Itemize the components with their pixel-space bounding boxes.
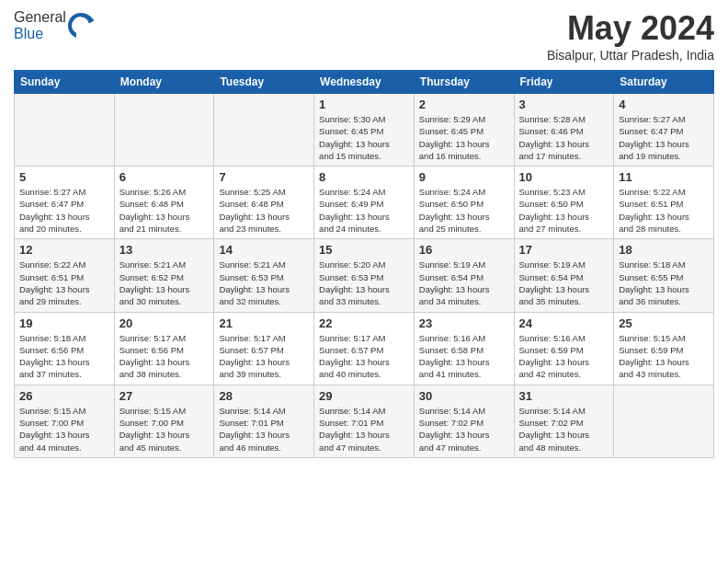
calendar-week-4: 26Sunrise: 5:15 AM Sunset: 7:00 PM Dayli… [15, 385, 714, 457]
day-info: Sunrise: 5:29 AM Sunset: 6:45 PM Dayligh… [419, 113, 509, 162]
day-number: 16 [419, 243, 509, 257]
calendar-cell [114, 94, 214, 167]
day-number: 3 [519, 98, 609, 111]
day-number: 23 [419, 316, 509, 330]
day-info: Sunrise: 5:15 AM Sunset: 6:59 PM Dayligh… [619, 332, 709, 381]
day-number: 6 [119, 170, 210, 184]
day-number: 11 [619, 170, 709, 184]
calendar-cell: 13Sunrise: 5:21 AM Sunset: 6:52 PM Dayli… [114, 239, 214, 312]
logo-icon [68, 13, 94, 39]
day-number: 15 [319, 243, 409, 257]
location: Bisalpur, Uttar Pradesh, India [547, 48, 714, 63]
col-wednesday: Wednesday [314, 71, 415, 94]
header: General Blue May 2024 Bisalpur, Uttar Pr… [14, 9, 714, 63]
day-number: 31 [519, 389, 609, 403]
day-number: 22 [319, 316, 409, 330]
calendar-cell: 29Sunrise: 5:14 AM Sunset: 7:01 PM Dayli… [314, 385, 415, 457]
day-info: Sunrise: 5:17 AM Sunset: 6:57 PM Dayligh… [319, 332, 409, 381]
day-info: Sunrise: 5:15 AM Sunset: 7:00 PM Dayligh… [119, 405, 210, 454]
day-number: 2 [419, 98, 509, 111]
day-info: Sunrise: 5:18 AM Sunset: 6:55 PM Dayligh… [619, 259, 709, 307]
day-info: Sunrise: 5:21 AM Sunset: 6:53 PM Dayligh… [219, 259, 309, 307]
day-info: Sunrise: 5:14 AM Sunset: 7:01 PM Dayligh… [319, 405, 409, 454]
day-info: Sunrise: 5:30 AM Sunset: 6:45 PM Dayligh… [319, 113, 409, 162]
day-number: 7 [219, 170, 309, 184]
day-number: 1 [319, 98, 409, 111]
day-info: Sunrise: 5:24 AM Sunset: 6:50 PM Dayligh… [419, 186, 509, 235]
col-thursday: Thursday [414, 71, 514, 94]
day-info: Sunrise: 5:18 AM Sunset: 6:56 PM Dayligh… [19, 332, 109, 381]
day-info: Sunrise: 5:14 AM Sunset: 7:02 PM Dayligh… [419, 405, 509, 454]
calendar-cell: 30Sunrise: 5:14 AM Sunset: 7:02 PM Dayli… [414, 385, 514, 457]
day-info: Sunrise: 5:20 AM Sunset: 6:53 PM Dayligh… [319, 259, 409, 307]
day-number: 21 [219, 316, 309, 330]
day-number: 13 [119, 243, 210, 257]
calendar-cell: 2Sunrise: 5:29 AM Sunset: 6:45 PM Daylig… [414, 94, 514, 167]
calendar-cell: 22Sunrise: 5:17 AM Sunset: 6:57 PM Dayli… [314, 312, 415, 385]
calendar-cell: 15Sunrise: 5:20 AM Sunset: 6:53 PM Dayli… [314, 239, 415, 312]
calendar-cell: 23Sunrise: 5:16 AM Sunset: 6:58 PM Dayli… [414, 312, 514, 385]
day-info: Sunrise: 5:16 AM Sunset: 6:59 PM Dayligh… [519, 332, 609, 381]
calendar-cell: 1Sunrise: 5:30 AM Sunset: 6:45 PM Daylig… [314, 94, 415, 167]
calendar-cell: 17Sunrise: 5:19 AM Sunset: 6:54 PM Dayli… [514, 239, 614, 312]
day-info: Sunrise: 5:14 AM Sunset: 7:01 PM Dayligh… [219, 405, 309, 454]
calendar-week-3: 19Sunrise: 5:18 AM Sunset: 6:56 PM Dayli… [15, 312, 714, 385]
day-number: 10 [519, 170, 609, 184]
col-monday: Monday [114, 71, 214, 94]
day-info: Sunrise: 5:28 AM Sunset: 6:46 PM Dayligh… [519, 113, 609, 162]
day-number: 17 [519, 243, 609, 257]
col-saturday: Saturday [614, 71, 714, 94]
day-info: Sunrise: 5:25 AM Sunset: 6:48 PM Dayligh… [219, 186, 309, 235]
calendar-cell: 18Sunrise: 5:18 AM Sunset: 6:55 PM Dayli… [614, 239, 714, 312]
day-number: 24 [519, 316, 609, 330]
header-row: Sunday Monday Tuesday Wednesday Thursday… [15, 71, 714, 94]
calendar-cell: 14Sunrise: 5:21 AM Sunset: 6:53 PM Dayli… [214, 239, 314, 312]
calendar-cell: 8Sunrise: 5:24 AM Sunset: 6:49 PM Daylig… [314, 167, 415, 239]
day-number: 26 [19, 389, 109, 403]
day-number: 19 [19, 316, 109, 330]
calendar-cell: 25Sunrise: 5:15 AM Sunset: 6:59 PM Dayli… [614, 312, 714, 385]
month-title: May 2024 [547, 9, 714, 48]
calendar-cell: 4Sunrise: 5:27 AM Sunset: 6:47 PM Daylig… [614, 94, 714, 167]
calendar-cell: 6Sunrise: 5:26 AM Sunset: 6:48 PM Daylig… [114, 167, 214, 239]
calendar-cell: 9Sunrise: 5:24 AM Sunset: 6:50 PM Daylig… [414, 167, 514, 239]
day-number: 14 [219, 243, 309, 257]
day-info: Sunrise: 5:22 AM Sunset: 6:51 PM Dayligh… [19, 259, 109, 307]
calendar-week-0: 1Sunrise: 5:30 AM Sunset: 6:45 PM Daylig… [15, 94, 714, 167]
calendar-cell: 3Sunrise: 5:28 AM Sunset: 6:46 PM Daylig… [514, 94, 614, 167]
calendar-cell: 21Sunrise: 5:17 AM Sunset: 6:57 PM Dayli… [214, 312, 314, 385]
calendar-cell: 19Sunrise: 5:18 AM Sunset: 6:56 PM Dayli… [15, 312, 115, 385]
day-number: 5 [19, 170, 109, 184]
logo-general-text: General [14, 9, 66, 25]
calendar-cell: 24Sunrise: 5:16 AM Sunset: 6:59 PM Dayli… [514, 312, 614, 385]
day-info: Sunrise: 5:22 AM Sunset: 6:51 PM Dayligh… [619, 186, 709, 235]
calendar-cell: 12Sunrise: 5:22 AM Sunset: 6:51 PM Dayli… [15, 239, 115, 312]
day-number: 8 [319, 170, 409, 184]
day-info: Sunrise: 5:21 AM Sunset: 6:52 PM Dayligh… [119, 259, 210, 307]
col-friday: Friday [514, 71, 614, 94]
day-info: Sunrise: 5:15 AM Sunset: 7:00 PM Dayligh… [19, 405, 109, 454]
calendar-cell [214, 94, 314, 167]
day-number: 4 [619, 98, 709, 111]
day-number: 20 [119, 316, 210, 330]
day-info: Sunrise: 5:16 AM Sunset: 6:58 PM Dayligh… [419, 332, 509, 381]
calendar-cell [614, 385, 714, 457]
calendar-cell: 10Sunrise: 5:23 AM Sunset: 6:50 PM Dayli… [514, 167, 614, 239]
day-number: 27 [119, 389, 210, 403]
page: General Blue May 2024 Bisalpur, Uttar Pr… [0, 0, 728, 563]
calendar-cell: 20Sunrise: 5:17 AM Sunset: 6:56 PM Dayli… [114, 312, 214, 385]
calendar-cell: 28Sunrise: 5:14 AM Sunset: 7:01 PM Dayli… [214, 385, 314, 457]
calendar-cell: 31Sunrise: 5:14 AM Sunset: 7:02 PM Dayli… [514, 385, 614, 457]
day-info: Sunrise: 5:17 AM Sunset: 6:56 PM Dayligh… [119, 332, 210, 381]
logo: General Blue [14, 9, 94, 42]
calendar-cell: 7Sunrise: 5:25 AM Sunset: 6:48 PM Daylig… [214, 167, 314, 239]
day-info: Sunrise: 5:17 AM Sunset: 6:57 PM Dayligh… [219, 332, 309, 381]
day-number: 29 [319, 389, 409, 403]
calendar-cell: 26Sunrise: 5:15 AM Sunset: 7:00 PM Dayli… [15, 385, 115, 457]
day-info: Sunrise: 5:24 AM Sunset: 6:49 PM Dayligh… [319, 186, 409, 235]
day-number: 25 [619, 316, 709, 330]
day-info: Sunrise: 5:27 AM Sunset: 6:47 PM Dayligh… [19, 186, 109, 235]
calendar-week-1: 5Sunrise: 5:27 AM Sunset: 6:47 PM Daylig… [15, 167, 714, 239]
day-number: 18 [619, 243, 709, 257]
day-number: 9 [419, 170, 509, 184]
